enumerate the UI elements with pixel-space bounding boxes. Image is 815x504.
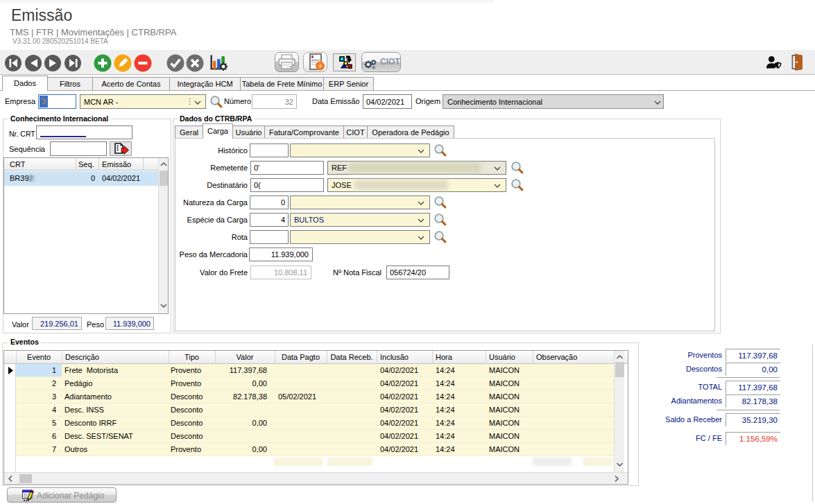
- svg-text:CIOT: CIOT: [380, 57, 400, 67]
